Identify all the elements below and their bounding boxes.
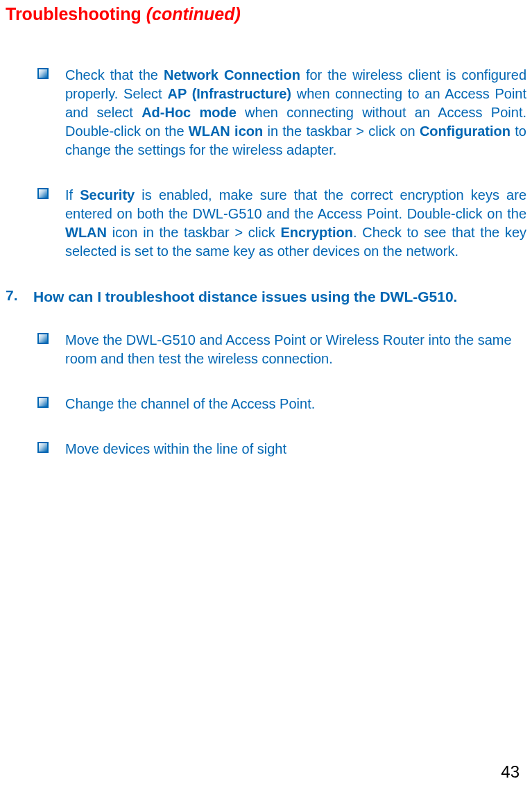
bullet-item-4: Change the channel of the Access Point. xyxy=(6,395,526,413)
text-frag: Check that the xyxy=(65,67,164,83)
text-frag-bold: Configuration xyxy=(420,123,510,139)
text-frag: If xyxy=(65,187,80,203)
bullet-square-icon xyxy=(37,188,49,199)
text-frag: in the taskbar > click on xyxy=(263,123,420,139)
bullet-text-2: If Security is enabled, make sure that t… xyxy=(65,186,526,261)
bullet-square-icon xyxy=(37,68,49,79)
text-frag-bold: Network Connection xyxy=(164,67,300,83)
bullet-text-4: Change the channel of the Access Point. xyxy=(65,395,526,413)
bullet-item-1: Check that the Network Connection for th… xyxy=(6,66,526,160)
question-number: 7. xyxy=(6,287,33,304)
bullet-square-icon xyxy=(37,333,49,344)
text-frag-bold: WLAN icon xyxy=(189,123,263,139)
question-7: 7. How can I troubleshoot distance issue… xyxy=(6,287,526,306)
header-title-continued: (continued) xyxy=(146,4,241,24)
text-frag-bold: Encryption xyxy=(281,225,353,240)
bullet-square-icon xyxy=(37,397,49,408)
question-text: How can I troubleshoot distance issues u… xyxy=(33,287,457,306)
text-frag-bold: Security xyxy=(80,187,135,203)
bullet-text-3: Move the DWL-G510 and Access Point or Wi… xyxy=(65,331,526,368)
text-frag: is enabled, make sure that the correct e… xyxy=(65,187,526,221)
page-number: 43 xyxy=(501,762,520,782)
header-title: Troubleshooting (continued) xyxy=(6,4,241,24)
bullet-square-icon xyxy=(37,442,49,453)
bullet-item-5: Move devices within the line of sight xyxy=(6,440,526,459)
page-header: Troubleshooting (continued) xyxy=(6,4,526,24)
bullet-text-1: Check that the Network Connection for th… xyxy=(65,66,526,160)
text-frag-bold: Ad-Hoc mode xyxy=(141,105,237,120)
bullet-item-3: Move the DWL-G510 and Access Point or Wi… xyxy=(6,331,526,368)
bullet-item-2: If Security is enabled, make sure that t… xyxy=(6,186,526,261)
text-frag: icon in the taskbar > click xyxy=(107,225,281,240)
header-title-main: Troubleshooting xyxy=(6,4,146,24)
bullet-text-5: Move devices within the line of sight xyxy=(65,440,526,459)
text-frag-bold: WLAN xyxy=(65,225,107,240)
text-frag-bold: AP (Infrastructure) xyxy=(167,86,291,101)
